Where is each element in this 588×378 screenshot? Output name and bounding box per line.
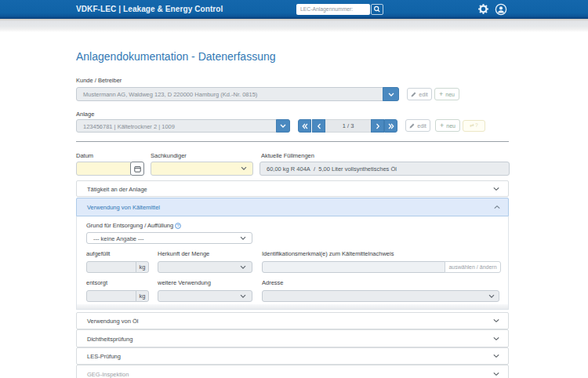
svg-text:?: ? bbox=[177, 224, 180, 228]
